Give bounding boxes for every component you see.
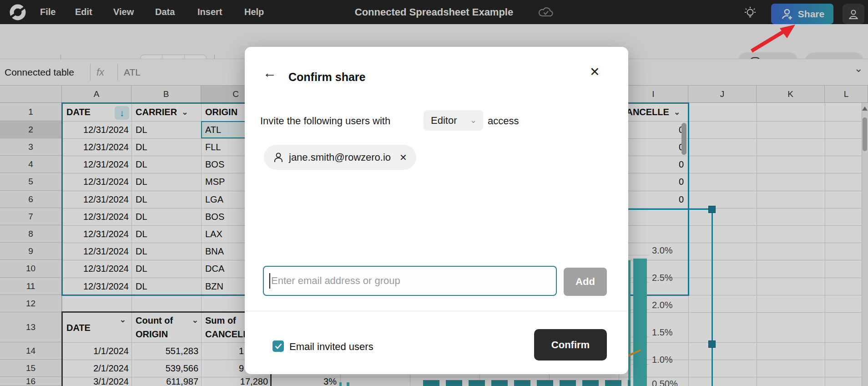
divider bbox=[245, 311, 628, 311]
role-chevron: ⌄ bbox=[470, 110, 477, 131]
back-button[interactable]: ← bbox=[263, 66, 277, 80]
person-icon bbox=[273, 152, 284, 163]
invite-text-prefix: Invite the following users with bbox=[260, 115, 390, 127]
checkbox-label: Email invited users bbox=[289, 341, 373, 353]
app-root: FileEditViewDataInsertHelp Connected Spr… bbox=[0, 0, 868, 386]
text-cursor bbox=[269, 273, 270, 289]
invited-user-chip: jane.smith@rowzero.io ✕ bbox=[264, 145, 416, 170]
role-value: Editor bbox=[431, 115, 457, 126]
close-icon[interactable]: ✕ bbox=[590, 66, 600, 78]
email-invited-users-checkbox[interactable] bbox=[273, 340, 284, 352]
email-input[interactable]: Enter email address or group bbox=[263, 266, 557, 296]
email-placeholder: Enter email address or group bbox=[271, 267, 400, 295]
confirm-share-dialog: ← Confirm share ✕ Invite the following u… bbox=[245, 47, 628, 374]
remove-user-icon[interactable]: ✕ bbox=[399, 152, 407, 163]
role-dropdown[interactable]: Editor ⌄ bbox=[424, 110, 483, 131]
add-button[interactable]: Add bbox=[564, 268, 607, 296]
confirm-button[interactable]: Confirm bbox=[534, 329, 607, 361]
dialog-title: Confirm share bbox=[288, 71, 365, 84]
invited-email: jane.smith@rowzero.io bbox=[289, 152, 391, 163]
invite-text-suffix: access bbox=[488, 115, 519, 127]
